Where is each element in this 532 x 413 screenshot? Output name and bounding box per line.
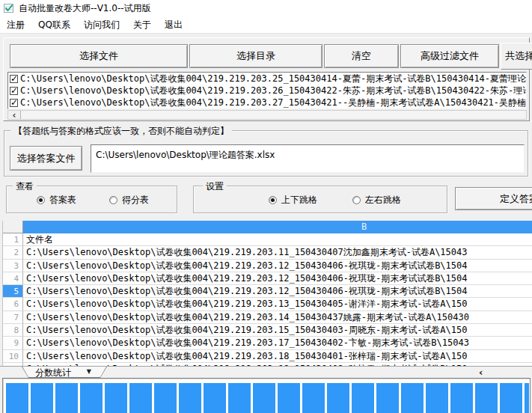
grid-cell[interactable] bbox=[6, 383, 28, 413]
app-icon bbox=[4, 3, 14, 13]
checkbox-checked-icon[interactable] bbox=[10, 75, 18, 83]
checkbox-checked-icon[interactable] bbox=[10, 99, 18, 107]
file-path: C:\Users\lenovo\Desktop\试卷收集004\219.219.… bbox=[20, 97, 527, 109]
grid-cell[interactable] bbox=[253, 383, 275, 413]
table-row: 10 C:\Users\lenovo\Desktop\试卷收集004\219.2… bbox=[3, 350, 532, 363]
grid-cell[interactable] bbox=[327, 383, 349, 413]
radio-score-table[interactable]: 得分表 bbox=[109, 194, 149, 206]
grid-cell[interactable] bbox=[401, 383, 424, 413]
grid-cell[interactable] bbox=[302, 383, 325, 413]
table-row: 2 C:\Users\lenovo\Desktop\试卷收集004\219.21… bbox=[3, 246, 532, 259]
file-list-item[interactable]: C:\Users\lenovo\Desktop\试卷收集004\219.219.… bbox=[8, 73, 526, 85]
answer-format-groupbox: 【答题纸与答案的格式应该一致，否则不能自动判定】 选择答案文件 C:\Users… bbox=[4, 130, 528, 177]
table-cell[interactable]: C:\Users\lenovo\Desktop\试卷收集004\219.219.… bbox=[23, 285, 532, 298]
grid-cell[interactable] bbox=[450, 383, 473, 413]
radio-label: 答案表 bbox=[49, 194, 76, 206]
grid-cell[interactable] bbox=[204, 383, 226, 413]
advanced-filter-button[interactable]: 高级过滤文件 bbox=[400, 44, 499, 68]
grid-cell[interactable] bbox=[525, 383, 529, 413]
file-list-item[interactable]: C:\Users\lenovo\Desktop\试卷收集004\219.219.… bbox=[8, 97, 526, 108]
menu-item-register[interactable]: 注册 bbox=[0, 19, 31, 31]
table-row: 9 C:\Users\lenovo\Desktop\试卷收集004\219.21… bbox=[3, 337, 532, 349]
radio-label: 左右跳格 bbox=[365, 194, 401, 206]
clear-button[interactable]: 清空 bbox=[324, 44, 399, 68]
row-number[interactable]: 8 bbox=[3, 324, 23, 337]
grid-cell[interactable] bbox=[31, 383, 53, 413]
row-number[interactable]: 7 bbox=[3, 311, 23, 324]
grid-cell[interactable] bbox=[352, 383, 374, 413]
radio-button-icon bbox=[352, 196, 361, 204]
column-header-b[interactable]: B bbox=[23, 221, 532, 233]
select-answer-file-button[interactable]: 选择答案文件 bbox=[10, 146, 82, 171]
row-number[interactable]: 9 bbox=[3, 337, 23, 349]
file-path: C:\Users\lenovo\Desktop\试卷收集004\219.219.… bbox=[20, 85, 527, 97]
file-list[interactable]: C:\Users\lenovo\Desktop\试卷收集004\219.219.… bbox=[7, 72, 527, 109]
file-list-item[interactable]: C:\Users\lenovo\Desktop\试卷收集004\219.219.… bbox=[8, 85, 526, 97]
checkbox-checked-icon[interactable] bbox=[10, 87, 18, 95]
table-cell[interactable]: C:\Users\lenovo\Desktop\试卷收集004\219.219.… bbox=[23, 324, 532, 337]
table-cell[interactable]: C:\Users\lenovo\Desktop\试卷收集004\219.219.… bbox=[23, 246, 532, 259]
grid-cell[interactable] bbox=[426, 383, 448, 413]
answer-file-input[interactable]: C:\Users\lenovo\Desktop\理论题答案.xlsx bbox=[91, 144, 525, 173]
menu-item-visit-us[interactable]: 访问我们 bbox=[77, 19, 126, 31]
table-cell[interactable]: 文件名 bbox=[23, 233, 532, 246]
row-number[interactable]: 1 bbox=[3, 233, 23, 246]
row-number[interactable]: 6 bbox=[3, 298, 23, 310]
table-row: 4 C:\Users\lenovo\Desktop\试卷收集004\219.21… bbox=[3, 272, 532, 285]
table-cell[interactable]: C:\Users\lenovo\Desktop\试卷收集004\219.219.… bbox=[23, 260, 532, 272]
radio-button-icon bbox=[269, 196, 277, 204]
select-all-corner[interactable] bbox=[3, 221, 23, 233]
row-number[interactable]: 5 bbox=[3, 285, 23, 298]
grid-cell[interactable] bbox=[105, 383, 127, 413]
grid-cell[interactable] bbox=[500, 383, 522, 413]
grid-cell[interactable] bbox=[154, 383, 177, 413]
app-window: 自动批量改卷大师--V1.0--试用版 注册 QQ联系 访问我们 关于 退出 选… bbox=[0, 0, 532, 413]
scroll-left-icon[interactable]: ‹ bbox=[8, 111, 21, 119]
sheet-rows: 1 文件名 2 C:\Users\lenovo\Desktop\试卷收集004\… bbox=[3, 233, 532, 366]
table-row-selected: 5 C:\Users\lenovo\Desktop\试卷收集004\219.21… bbox=[3, 285, 532, 298]
table-row: 1 文件名 bbox=[3, 233, 532, 246]
radio-horizontal-jump[interactable]: 左右跳格 bbox=[352, 194, 401, 206]
row-number[interactable]: 2 bbox=[3, 246, 23, 259]
table-cell[interactable]: C:\Users\lenovo\Desktop\试卷收集004\219.219.… bbox=[23, 337, 532, 349]
score-grid-cells bbox=[6, 383, 529, 413]
menu-item-qq-contact[interactable]: QQ联系 bbox=[31, 19, 77, 31]
table-cell[interactable]: C:\Users\lenovo\Desktop\试卷收集004\219.219.… bbox=[23, 311, 532, 324]
window-title: 自动批量改卷大师--V1.0--试用版 bbox=[19, 2, 151, 15]
table-cell[interactable]: C:\Users\lenovo\Desktop\试卷收集004\219.219.… bbox=[23, 272, 532, 285]
groupbox-title: 设置 bbox=[203, 180, 227, 193]
select-files-button[interactable]: 选择文件 bbox=[10, 44, 188, 68]
dropdown-arrow-icon[interactable]: ▼ bbox=[87, 368, 91, 375]
spreadsheet: B 1 文件名 2 C:\Users\lenovo\Desktop\试卷收集00… bbox=[2, 221, 532, 366]
radio-label: 上下跳格 bbox=[281, 194, 317, 206]
groupbox-title: 【答题纸与答案的格式应该一致，否则不能自动判定】 bbox=[10, 125, 232, 138]
grid-cell[interactable] bbox=[475, 383, 498, 413]
radio-answer-table[interactable]: 答案表 bbox=[37, 194, 76, 206]
row-number[interactable]: 3 bbox=[3, 260, 23, 272]
grid-cell[interactable] bbox=[278, 383, 300, 413]
menu-item-exit[interactable]: 退出 bbox=[158, 19, 189, 31]
select-directory-button[interactable]: 选择目录 bbox=[189, 44, 322, 68]
grid-cell[interactable] bbox=[228, 383, 251, 413]
radio-button-icon bbox=[37, 196, 45, 204]
grid-cell[interactable] bbox=[129, 383, 152, 413]
menu-item-about[interactable]: 关于 bbox=[126, 19, 158, 31]
row-number[interactable]: 4 bbox=[3, 272, 23, 285]
table-row: 6 C:\Users\lenovo\Desktop\试卷收集004\219.21… bbox=[3, 298, 532, 310]
define-answer-button[interactable]: 定义答案 bbox=[455, 187, 532, 210]
table-cell[interactable]: C:\Users\lenovo\Desktop\试卷收集004\219.219.… bbox=[23, 350, 532, 363]
grid-cell[interactable] bbox=[55, 383, 78, 413]
sheet-tab-bar: 分数统计 ▼ ‹ bbox=[0, 366, 532, 378]
grid-cell[interactable] bbox=[80, 383, 103, 413]
table-cell[interactable]: C:\Users\lenovo\Desktop\试卷收集004\219.219.… bbox=[23, 298, 532, 310]
table-row: 8 C:\Users\lenovo\Desktop\试卷收集004\219.21… bbox=[3, 324, 532, 337]
scroll-left-icon[interactable]: ‹ bbox=[479, 367, 483, 378]
tab-score-stats[interactable]: 分数统计 ▼ bbox=[22, 367, 106, 378]
groupbox-title: 查看 bbox=[13, 180, 37, 193]
settings-groupbox: 设置 上下跳格 左右跳格 bbox=[193, 186, 447, 213]
grid-cell[interactable] bbox=[376, 383, 399, 413]
row-number[interactable]: 10 bbox=[3, 350, 23, 363]
file-list-scrollbar[interactable]: ‹ bbox=[7, 110, 527, 120]
grid-cell[interactable] bbox=[179, 383, 201, 413]
radio-vertical-jump[interactable]: 上下跳格 bbox=[269, 194, 317, 206]
